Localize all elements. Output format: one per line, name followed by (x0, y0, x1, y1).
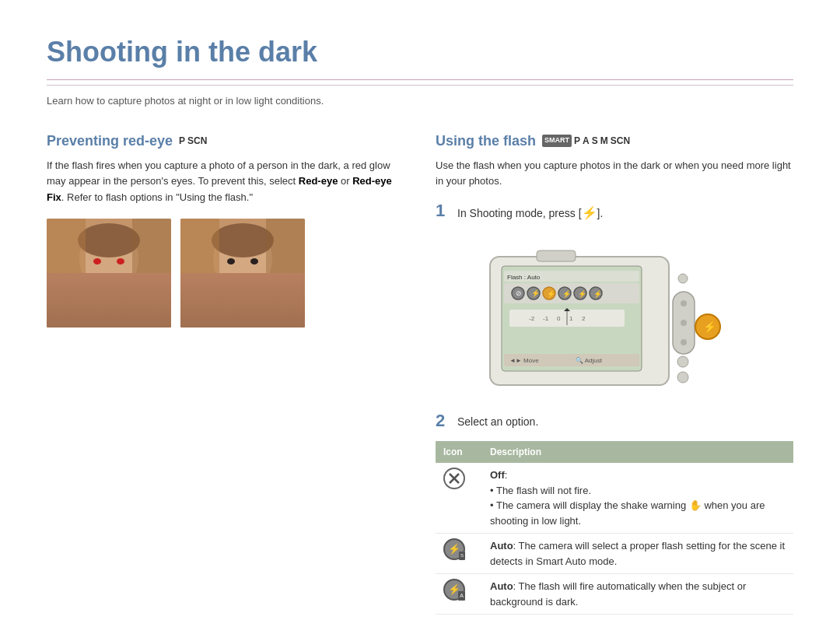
red-eye-photo-after (180, 219, 305, 328)
svg-point-47 (681, 300, 687, 306)
svg-text:⚡: ⚡ (593, 289, 603, 299)
list-item: The camera will display the shake warnin… (490, 498, 786, 528)
svg-point-12 (212, 223, 274, 257)
svg-point-49 (681, 339, 687, 345)
page-subtitle: Learn how to capture photos at night or … (47, 93, 793, 109)
svg-text:2: 2 (582, 315, 586, 322)
svg-text:⚡: ⚡ (703, 321, 717, 334)
right-mode-badges: SMART P A S M SCN (542, 134, 630, 148)
left-section: Preventing red-eye P SCN If the flash fi… (47, 131, 404, 615)
svg-point-16 (250, 258, 258, 264)
svg-rect-1 (47, 281, 171, 328)
svg-text:⚡: ⚡ (562, 289, 572, 299)
auto-description-cell: Auto: The flash will fire automatically … (482, 574, 793, 615)
svg-text:Flash : Auto: Flash : Auto (507, 274, 541, 281)
off-bullet-list: The flash will not fire. The camera will… (490, 483, 786, 529)
smart-auto-icon-cell: ⚡ S (436, 534, 482, 574)
table-col-description: Description (482, 441, 793, 463)
camera-illustration: Flash : Auto ⊘ ⚡ ⚡ ⚡ ⚡ ⚡ (436, 233, 793, 397)
svg-point-53 (677, 372, 688, 383)
left-section-title: Preventing red-eye P SCN (47, 131, 404, 152)
table-row: ⚡ A Auto: The flash will fire automatica… (436, 574, 793, 615)
svg-point-7 (93, 258, 101, 264)
table-row: ⚡ S Auto: The camera will select a prope… (436, 534, 793, 574)
flash-off-icon (447, 471, 461, 485)
right-intro-text: Use the flash when you capture photos in… (436, 158, 793, 191)
svg-text:🔍 Adjust: 🔍 Adjust (576, 356, 603, 364)
left-body-text: If the flash fires when you capture a ph… (47, 158, 404, 206)
smart-auto-description-cell: Auto: The camera will select a proper fl… (482, 534, 793, 574)
table-col-icon: Icon (436, 441, 482, 463)
svg-text:-2: -2 (529, 315, 535, 322)
svg-text:◄► Move: ◄► Move (509, 357, 539, 364)
camera-svg: Flash : Auto ⊘ ⚡ ⚡ ⚡ ⚡ ⚡ (482, 233, 747, 397)
sample-images (47, 219, 404, 328)
off-description-cell: Off: The flash will not fire. The camera… (482, 463, 793, 534)
svg-text:-1: -1 (543, 315, 549, 322)
table-header-row: Icon Description (436, 441, 793, 463)
flash-button-icon: ⚡ (582, 204, 597, 222)
svg-text:⚡: ⚡ (531, 289, 541, 298)
svg-rect-10 (180, 281, 305, 328)
red-eye-photo-before (47, 219, 171, 328)
table-row: Off: The flash will not fire. The camera… (436, 463, 793, 534)
auto-icon-cell: ⚡ A (436, 574, 482, 615)
svg-text:⚡: ⚡ (578, 289, 587, 299)
svg-point-15 (227, 258, 235, 264)
svg-text:⊘: ⊘ (516, 289, 522, 297)
right-section: Using the flash SMART P A S M SCN Use th… (436, 131, 793, 615)
svg-rect-13 (180, 219, 219, 281)
list-item: The flash will not fire. (490, 483, 786, 499)
right-section-title: Using the flash SMART P A S M SCN (436, 131, 793, 152)
page-title: Shooting in the dark (47, 31, 793, 80)
svg-point-45 (678, 274, 688, 283)
left-mode-badges: P SCN (179, 134, 207, 148)
svg-text:⚡: ⚡ (547, 289, 556, 299)
svg-point-4 (78, 223, 140, 257)
svg-rect-5 (47, 219, 86, 281)
flash-options-table: Icon Description Off: (436, 441, 793, 615)
svg-text:0: 0 (557, 315, 561, 322)
step-1: 1 In Shooting mode, press [⚡]. (436, 202, 793, 222)
svg-text:1: 1 (569, 315, 573, 322)
svg-point-48 (681, 320, 687, 326)
svg-rect-54 (537, 250, 576, 261)
svg-rect-14 (266, 219, 305, 281)
svg-point-52 (677, 356, 688, 367)
step-2: 2 Select an option. (436, 412, 793, 430)
off-icon-cell (436, 463, 482, 534)
svg-rect-6 (132, 219, 171, 281)
svg-point-8 (117, 258, 124, 264)
